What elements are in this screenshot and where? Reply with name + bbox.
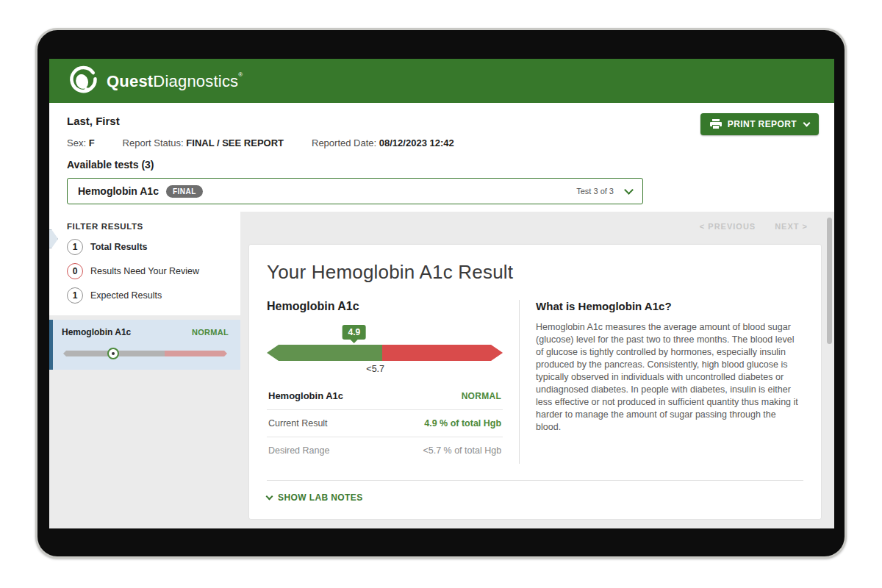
report-status: Report Status: FINAL / SEE REPORT [123, 137, 284, 148]
show-lab-notes-label: SHOW LAB NOTES [278, 492, 363, 503]
status-value: NORMAL [462, 391, 501, 401]
gauge-threshold-label: <5.7 [366, 364, 384, 374]
test-selector-dropdown[interactable]: Hemoglobin A1c FINAL Test 3 of 3 [67, 178, 643, 204]
current-result-value: 4.9 % of total Hgb [424, 418, 501, 429]
app-screen: QuestDiagnostics® Last, First Sex: F Rep… [49, 59, 834, 528]
patient-info-section: Last, First Sex: F Report Status: FINAL … [49, 103, 834, 212]
print-report-label: PRINT REPORT [728, 119, 797, 129]
vertical-scrollbar[interactable] [827, 218, 832, 344]
gauge-value-chip: 4.9 [342, 325, 366, 340]
reported-date: Reported Date: 08/12/2023 12:42 [312, 137, 454, 148]
table-row-current-result: Current Result 4.9 % of total Hgb [267, 409, 503, 437]
about-column: What is Hemoglobin A1c? Hemoglobin A1c m… [520, 300, 803, 464]
selected-test-name: Hemoglobin A1c [78, 185, 159, 197]
brand-bold: Quest [107, 72, 153, 90]
registered-mark: ® [238, 71, 243, 78]
filter-item-label: Expected Results [90, 290, 162, 301]
brand-name: QuestDiagnostics® [107, 71, 243, 91]
content-area: < PREVIOUS NEXT > FILTER RESULTS 1 Total… [49, 212, 834, 528]
sidebar-collapse-tab[interactable] [49, 229, 58, 248]
available-tests-label: Available tests (3) [67, 159, 817, 171]
chevron-down-icon [624, 185, 634, 195]
desired-range-value: <5.7 % of total Hgb [423, 445, 501, 456]
printer-icon [710, 119, 722, 129]
next-button[interactable]: NEXT > [775, 222, 808, 231]
result-marker-icon [107, 348, 119, 359]
previous-button[interactable]: < PREVIOUS [700, 222, 756, 231]
patient-sex: Sex: F [67, 137, 95, 148]
test-position-label: Test 3 of 3 [576, 187, 614, 196]
filter-needs-review[interactable]: 0 Results Need Your Review [67, 263, 240, 279]
chevron-down-icon [803, 120, 811, 127]
result-detail-column: Hemoglobin A1c 4.9 <5.7 Hemoglobin A1c N… [267, 300, 519, 464]
filter-total-results[interactable]: 1 Total Results [67, 239, 240, 255]
about-body-text: Hemoglobin A1c measures the average amou… [536, 321, 803, 434]
result-item-name: Hemoglobin A1c [62, 327, 131, 337]
filter-item-label: Results Need Your Review [90, 266, 199, 276]
print-report-button[interactable]: PRINT REPORT [700, 113, 819, 135]
about-heading: What is Hemoglobin A1c? [536, 300, 803, 312]
table-row-status: Hemoglobin A1c NORMAL [267, 382, 503, 409]
app-header: QuestDiagnostics® [49, 59, 834, 103]
patient-meta-row: Sex: F Report Status: FINAL / SEE REPORT… [67, 137, 817, 148]
show-lab-notes-toggle[interactable]: SHOW LAB NOTES [267, 492, 803, 503]
result-pager: < PREVIOUS NEXT > [700, 222, 808, 231]
filter-item-label: Total Results [90, 242, 148, 252]
result-item-status-badge: NORMAL [192, 328, 229, 337]
test-name-heading: Hemoglobin A1c [267, 300, 503, 313]
final-status-badge: FINAL [166, 185, 203, 198]
result-item-range-gauge [62, 348, 229, 359]
tablet-frame: QuestDiagnostics® Last, First Sex: F Rep… [35, 28, 847, 559]
total-results-count: 1 [67, 239, 83, 255]
quest-diagnostics-logo: QuestDiagnostics® [67, 65, 243, 97]
result-list-item-hemoglobin-a1c[interactable]: Hemoglobin A1c NORMAL [49, 320, 240, 370]
filter-results-title: FILTER RESULTS [67, 222, 240, 231]
main-column: Your Hemoglobin A1c Result Hemoglobin A1… [240, 212, 834, 528]
results-sidebar: FILTER RESULTS 1 Total Results 0 Results… [49, 212, 240, 370]
chevron-down-icon [266, 493, 273, 501]
section-divider [267, 480, 803, 481]
filter-expected-results[interactable]: 1 Expected Results [67, 287, 240, 304]
result-card-title: Your Hemoglobin A1c Result [267, 261, 803, 284]
quest-logo-icon [67, 65, 99, 97]
table-row-desired-range: Desired Range <5.7 % of total Hgb [267, 437, 503, 464]
filter-results-panel: FILTER RESULTS 1 Total Results 0 Results… [49, 212, 240, 315]
result-table: Hemoglobin A1c NORMAL Current Result 4.9… [267, 382, 503, 464]
needs-review-count: 0 [67, 263, 83, 279]
expected-results-count: 1 [67, 287, 83, 304]
result-gauge: 4.9 <5.7 [267, 325, 503, 378]
result-card: Your Hemoglobin A1c Result Hemoglobin A1… [249, 245, 821, 519]
brand-light: Diagnostics [153, 72, 238, 90]
